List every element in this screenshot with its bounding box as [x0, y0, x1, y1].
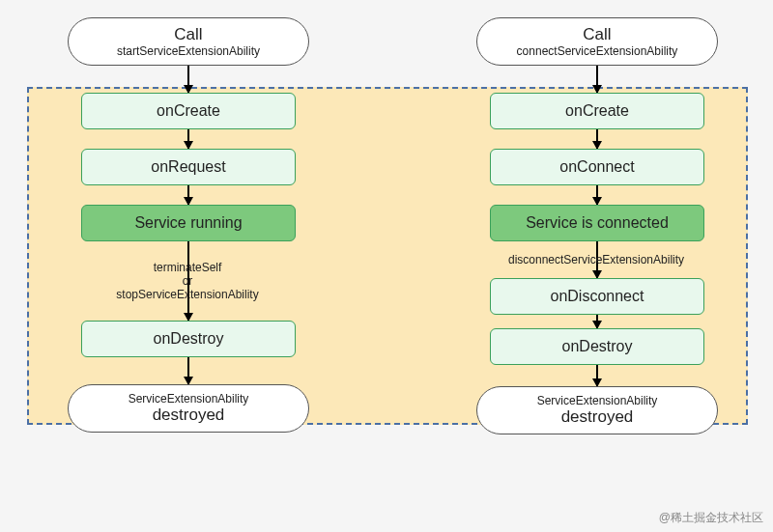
terminate-label: terminateSelf or stopServiceExtensionAbi…	[81, 261, 294, 301]
ondestroy-node: onDestroy	[81, 321, 296, 357]
call-title: Call	[583, 25, 611, 44]
start-flow-column: Call startServiceExtensionAbility onCrea…	[53, 0, 324, 433]
connect-flow-column: Call connectServiceExtensionAbility onCr…	[462, 0, 732, 434]
destroyed-title: destroyed	[153, 406, 225, 425]
destroyed-node: ServiceExtensionAbility destroyed	[476, 386, 718, 434]
arrow-terminate: terminateSelf or stopServiceExtensionAbi…	[187, 241, 189, 321]
onconnect-node: onConnect	[490, 149, 704, 185]
arrow	[596, 66, 598, 93]
call-subtitle: connectServiceExtensionAbility	[517, 44, 678, 58]
call-subtitle: startServiceExtensionAbility	[117, 44, 260, 58]
ondisconnect-node: onDisconnect	[490, 278, 704, 315]
call-title: Call	[174, 25, 202, 44]
ondestroy-node: onDestroy	[490, 328, 704, 365]
oncreate-node: onCreate	[81, 93, 296, 129]
service-connected-node: Service is connected	[490, 205, 704, 241]
destroyed-title: destroyed	[561, 407, 634, 427]
arrow	[596, 315, 598, 328]
arrow	[596, 185, 598, 205]
call-connect-node: Call connectServiceExtensionAbility	[476, 17, 718, 66]
onrequest-node: onRequest	[81, 149, 296, 185]
arrow	[596, 129, 598, 149]
destroyed-node: ServiceExtensionAbility destroyed	[68, 384, 309, 433]
lifecycle-diagram: Call startServiceExtensionAbility onCrea…	[0, 0, 773, 532]
terminate-line3: stopServiceExtensionAbility	[116, 288, 258, 301]
terminate-line2: or	[183, 274, 193, 288]
arrow	[187, 357, 189, 384]
disconnect-label: disconnectServiceExtensionAbility	[500, 253, 693, 266]
call-start-node: Call startServiceExtensionAbility	[68, 17, 309, 66]
arrow	[187, 66, 189, 93]
terminate-line1: terminateSelf	[154, 261, 222, 274]
arrow	[187, 185, 189, 205]
watermark: @稀土掘金技术社区	[659, 510, 763, 526]
arrow	[187, 129, 189, 149]
service-running-node: Service running	[81, 205, 296, 241]
arrow-disconnect: disconnectServiceExtensionAbility	[596, 241, 598, 278]
arrow	[596, 365, 598, 386]
destroyed-sub: ServiceExtensionAbility	[129, 392, 249, 406]
destroyed-sub: ServiceExtensionAbility	[537, 394, 658, 407]
oncreate-node: onCreate	[490, 93, 704, 129]
